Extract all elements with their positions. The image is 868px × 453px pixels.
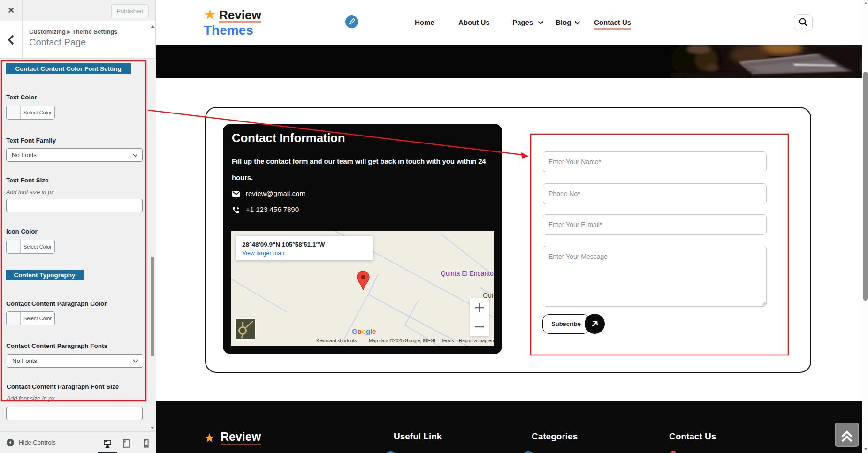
svg-text:Quinta El Encanto: Quinta El Encanto xyxy=(441,270,494,277)
svg-text:Terms: Terms xyxy=(441,338,454,343)
svg-text:Oui: Oui xyxy=(483,292,493,299)
svg-text:Google: Google xyxy=(352,327,376,335)
svg-text:View larger map: View larger map xyxy=(242,250,284,257)
svg-text:Keyboard shortcuts: Keyboard shortcuts xyxy=(316,338,357,343)
svg-text:Report a map error: Report a map error xyxy=(459,338,494,343)
svg-text:28°48'09.9"N 105°58'51.1"W: 28°48'09.9"N 105°58'51.1"W xyxy=(242,241,325,248)
svg-text:Map data ©2025 Google, INEGI: Map data ©2025 Google, INEGI xyxy=(369,338,435,343)
